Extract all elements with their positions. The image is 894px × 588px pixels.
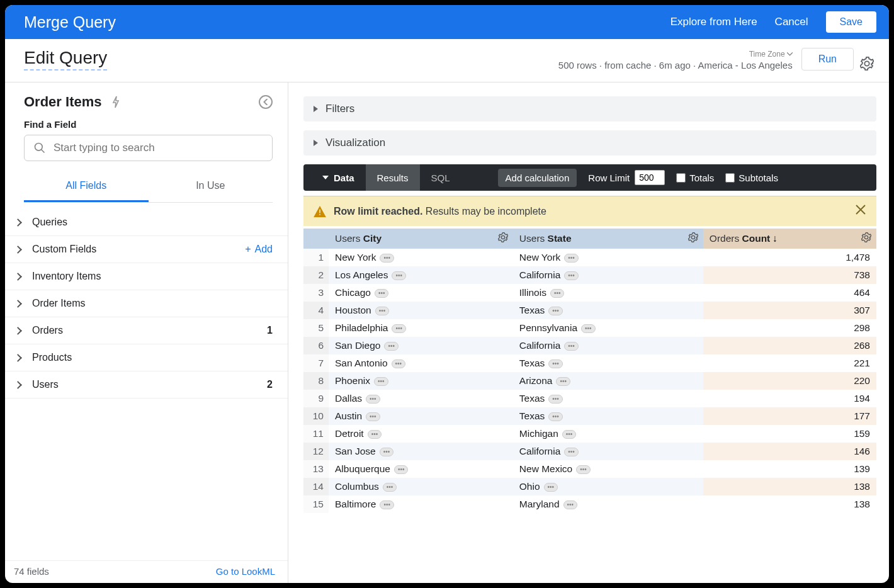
cell-state[interactable]: New Mexico••• bbox=[513, 460, 703, 478]
cell-state[interactable]: California••• bbox=[513, 266, 703, 284]
field-group-order-items[interactable]: Order Items bbox=[5, 290, 288, 317]
column-header-count[interactable]: Orders Count↓ bbox=[703, 229, 876, 249]
cell-city[interactable]: Chicago••• bbox=[329, 284, 513, 302]
cell-city[interactable]: Dallas••• bbox=[329, 390, 513, 407]
cell-count[interactable]: 307 bbox=[703, 302, 876, 319]
column-header-state[interactable]: Users State bbox=[513, 229, 703, 249]
field-group-users[interactable]: Users2 bbox=[5, 371, 288, 399]
results-tab[interactable]: Results bbox=[366, 164, 420, 191]
cell-count[interactable]: 268 bbox=[703, 337, 876, 354]
column-gear-icon[interactable] bbox=[498, 232, 508, 245]
cell-actions-icon[interactable]: ••• bbox=[564, 448, 579, 456]
cell-city[interactable]: Detroit••• bbox=[329, 425, 513, 443]
totals-checkbox-input[interactable] bbox=[676, 173, 686, 183]
subtotals-checkbox-input[interactable] bbox=[725, 173, 735, 183]
bolt-icon[interactable] bbox=[111, 96, 121, 108]
cell-actions-icon[interactable]: ••• bbox=[556, 377, 570, 386]
cell-actions-icon[interactable]: ••• bbox=[394, 465, 409, 474]
explore-from-here-link[interactable]: Explore from Here bbox=[670, 16, 757, 28]
cell-actions-icon[interactable]: ••• bbox=[576, 465, 591, 474]
cell-state[interactable]: Illinois••• bbox=[513, 284, 703, 302]
cell-actions-icon[interactable]: ••• bbox=[366, 412, 380, 421]
cell-state[interactable]: Arizona••• bbox=[513, 372, 703, 390]
cell-actions-icon[interactable]: ••• bbox=[384, 342, 399, 351]
cell-actions-icon[interactable]: ••• bbox=[375, 307, 390, 315]
go-to-lookml-link[interactable]: Go to LookML bbox=[216, 566, 275, 577]
cell-actions-icon[interactable]: ••• bbox=[548, 307, 563, 315]
row-limit-input[interactable] bbox=[635, 170, 665, 185]
column-gear-icon[interactable] bbox=[861, 232, 871, 245]
timezone-dropdown[interactable]: Time Zone bbox=[749, 50, 793, 59]
field-group-custom-fields[interactable]: Custom Fields+ Add bbox=[5, 236, 288, 263]
cell-count[interactable]: 139 bbox=[703, 460, 876, 478]
cell-actions-icon[interactable]: ••• bbox=[380, 448, 394, 456]
cell-count[interactable]: 1,478 bbox=[703, 249, 876, 266]
cell-state[interactable]: California••• bbox=[513, 337, 703, 354]
cell-state[interactable]: Michigan••• bbox=[513, 425, 703, 443]
cell-state[interactable]: Texas••• bbox=[513, 354, 703, 372]
cell-actions-icon[interactable]: ••• bbox=[544, 483, 558, 492]
cell-actions-icon[interactable]: ••• bbox=[562, 430, 577, 439]
cell-count[interactable]: 194 bbox=[703, 390, 876, 407]
settings-gear-icon[interactable] bbox=[860, 57, 874, 71]
cell-city[interactable]: Albuquerque••• bbox=[329, 460, 513, 478]
data-tab[interactable]: Data bbox=[311, 164, 366, 191]
filters-panel-header[interactable]: Filters bbox=[303, 96, 876, 122]
cell-count[interactable]: 464 bbox=[703, 284, 876, 302]
subtotals-checkbox[interactable]: Subtotals bbox=[725, 172, 778, 183]
field-group-products[interactable]: Products bbox=[5, 344, 288, 371]
cell-actions-icon[interactable]: ••• bbox=[374, 377, 388, 386]
cell-actions-icon[interactable]: ••• bbox=[550, 289, 565, 298]
cell-state[interactable]: Texas••• bbox=[513, 390, 703, 407]
cancel-link[interactable]: Cancel bbox=[775, 16, 808, 28]
cell-city[interactable]: Philadelphia••• bbox=[329, 319, 513, 337]
cell-actions-icon[interactable]: ••• bbox=[581, 324, 596, 333]
cell-actions-icon[interactable]: ••• bbox=[392, 324, 406, 333]
cell-count[interactable]: 298 bbox=[703, 319, 876, 337]
close-warning-button[interactable] bbox=[855, 204, 866, 218]
cell-count[interactable]: 738 bbox=[703, 266, 876, 284]
cell-state[interactable]: Ohio••• bbox=[513, 478, 703, 495]
field-group-inventory-items[interactable]: Inventory Items bbox=[5, 263, 288, 290]
cell-actions-icon[interactable]: ••• bbox=[392, 359, 406, 368]
save-button[interactable]: Save bbox=[826, 11, 876, 33]
column-gear-icon[interactable] bbox=[688, 232, 698, 245]
tab-in-use[interactable]: In Use bbox=[149, 172, 273, 202]
cell-state[interactable]: Maryland••• bbox=[513, 495, 703, 513]
add-custom-field-button[interactable]: + Add bbox=[245, 244, 273, 255]
cell-actions-icon[interactable]: ••• bbox=[548, 395, 563, 404]
tab-all-fields[interactable]: All Fields bbox=[24, 172, 149, 202]
cell-actions-icon[interactable]: ••• bbox=[564, 271, 579, 280]
collapse-sidebar-button[interactable] bbox=[259, 95, 273, 109]
cell-actions-icon[interactable]: ••• bbox=[375, 289, 389, 298]
field-search-box[interactable] bbox=[24, 135, 273, 161]
field-search-input[interactable] bbox=[54, 142, 263, 154]
cell-city[interactable]: Phoenix••• bbox=[329, 372, 513, 390]
field-group-orders[interactable]: Orders1 bbox=[5, 317, 288, 344]
cell-city[interactable]: Baltimore••• bbox=[329, 495, 513, 513]
cell-city[interactable]: Columbus••• bbox=[329, 478, 513, 495]
totals-checkbox[interactable]: Totals bbox=[676, 172, 714, 183]
cell-count[interactable]: 177 bbox=[703, 407, 876, 425]
cell-actions-icon[interactable]: ••• bbox=[563, 500, 578, 509]
cell-count[interactable]: 159 bbox=[703, 425, 876, 443]
cell-city[interactable]: San Diego••• bbox=[329, 337, 513, 354]
cell-actions-icon[interactable]: ••• bbox=[564, 342, 579, 351]
visualization-panel-header[interactable]: Visualization bbox=[303, 130, 876, 155]
column-header-city[interactable]: Users City bbox=[329, 229, 513, 249]
cell-city[interactable]: Austin••• bbox=[329, 407, 513, 425]
cell-city[interactable]: San Jose••• bbox=[329, 443, 513, 460]
cell-actions-icon[interactable]: ••• bbox=[392, 271, 406, 280]
cell-count[interactable]: 146 bbox=[703, 443, 876, 460]
cell-state[interactable]: New York••• bbox=[513, 249, 703, 266]
cell-city[interactable]: San Antonio••• bbox=[329, 354, 513, 372]
cell-actions-icon[interactable]: ••• bbox=[366, 395, 380, 404]
cell-actions-icon[interactable]: ••• bbox=[380, 500, 394, 509]
cell-state[interactable]: Texas••• bbox=[513, 407, 703, 425]
cell-state[interactable]: Pennsylvania••• bbox=[513, 319, 703, 337]
cell-state[interactable]: California••• bbox=[513, 443, 703, 460]
cell-count[interactable]: 138 bbox=[703, 478, 876, 495]
cell-actions-icon[interactable]: ••• bbox=[548, 412, 563, 421]
cell-actions-icon[interactable]: ••• bbox=[564, 254, 579, 263]
cell-count[interactable]: 220 bbox=[703, 372, 876, 390]
